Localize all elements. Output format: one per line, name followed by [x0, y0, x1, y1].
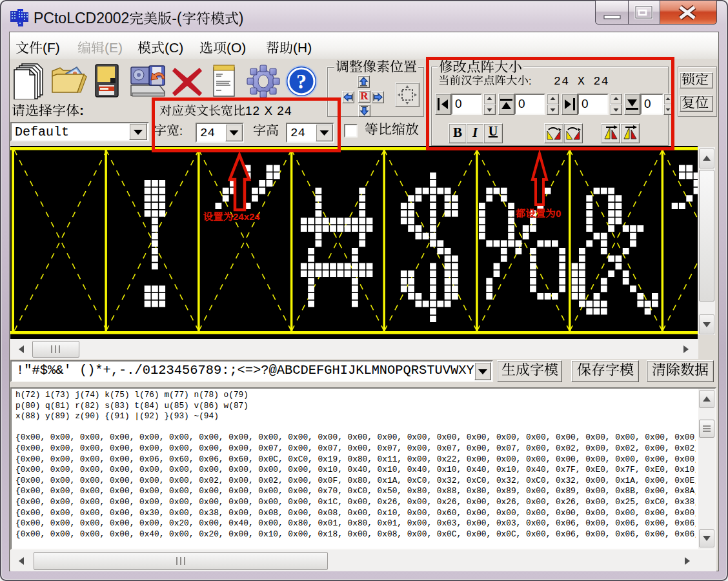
svg-text:?: ? [296, 70, 307, 93]
